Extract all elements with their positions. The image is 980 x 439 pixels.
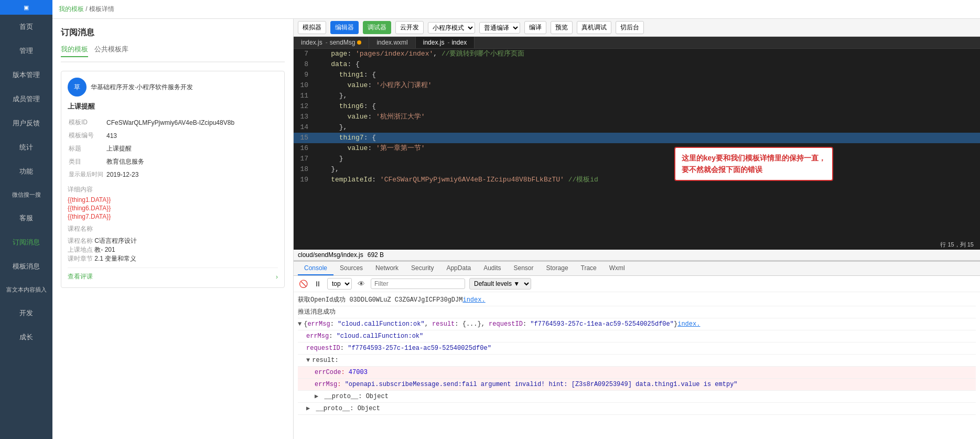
tab-my-templates[interactable]: 我的模板 [61, 45, 88, 57]
view-course-btn[interactable]: 查看评课 › [68, 267, 278, 281]
sidebar-item-subscribe[interactable]: 订阅消息 [0, 230, 52, 254]
sidebar-item-members[interactable]: 成员管理 [0, 87, 52, 111]
template-section: 订阅消息 我的模板 公共模板库 草 华基础程序开发·小程序软件服务开发 上课提醒… [52, 19, 294, 439]
code-line-17: 17 } [294, 154, 980, 164]
console-text-reqid: requestID: "f7764593-257c-11ea-ac59-5254… [306, 344, 491, 353]
mode-select[interactable]: 小程序模式 [428, 22, 475, 34]
field-label-date: 显示最后时间 [69, 169, 105, 180]
table-row: 类目 教育信息服务 [69, 156, 277, 168]
console-line-object: ▼ {errMsg: "cloud.callFunction:ok", resu… [298, 318, 976, 330]
debugger-btn[interactable]: 调试器 [363, 21, 391, 34]
course-section: 课时章节 2.1 变量和常义 [68, 254, 278, 263]
preview-btn[interactable]: 预览 [551, 21, 573, 34]
code-line-18: 18 }, [294, 164, 980, 175]
file-tab-wxml[interactable]: index.wxml [369, 37, 415, 48]
code-line-8: 8 data: { [294, 59, 980, 70]
field-note: 课程名称 [68, 224, 278, 233]
sidebar-item-growth[interactable]: 成长 [0, 325, 52, 349]
compile-select[interactable]: 普通编译 [479, 22, 520, 34]
result-expand-icon[interactable]: ▼ [306, 356, 310, 365]
status-bar: 行 15，列 15 [294, 240, 980, 250]
sidebar-item-dev[interactable]: 开发 [0, 301, 52, 325]
tab-storage[interactable]: Storage [540, 262, 575, 275]
tab-network[interactable]: Network [369, 262, 405, 275]
simulator-btn[interactable]: 模拟器 [298, 21, 326, 34]
table-row: 标题 上课提醒 [69, 143, 277, 155]
code-line-19: 19 templateId: 'CFeSWarQLMPyPjwmiy6AV4eB… [294, 175, 980, 185]
template-card: 草 华基础程序开发·小程序软件服务开发 上课提醒 模板ID CFeSWarQLM… [61, 71, 285, 288]
code-line-9: 9 thing1: { [294, 70, 980, 80]
sidebar-item-template[interactable]: 模板消息 [0, 254, 52, 279]
file-tab-index[interactable]: index.js - index [416, 37, 475, 48]
tab-audits[interactable]: Audits [477, 262, 507, 275]
table-row: 模板编号 413 [69, 130, 277, 142]
detail-item-0: {{thing1.DATA}} [68, 196, 278, 204]
card-header: 草 华基础程序开发·小程序软件服务开发 [68, 78, 278, 97]
course-name: 课程名称 C语言程序设计 [68, 237, 278, 245]
tab-public-templates[interactable]: 公共模板库 [94, 45, 128, 57]
sidebar-item-version[interactable]: 版本管理 [0, 63, 52, 87]
background-btn[interactable]: 切后台 [616, 21, 644, 34]
file-ref-2[interactable]: index. [677, 319, 700, 329]
level-select[interactable]: Default levels ▼ [469, 278, 531, 290]
sidebar-item-manage[interactable]: 管理 [0, 39, 52, 63]
header-logo: ▣ [24, 4, 29, 11]
sidebar-item-wechat-search[interactable]: 微信搜一搜 [0, 184, 52, 206]
tab-security[interactable]: Security [405, 262, 440, 275]
sidebar-item-service[interactable]: 客服 [0, 206, 52, 230]
sidebar-item-richtext[interactable]: 富文本内容插入 [0, 279, 52, 301]
sidebar-item-function[interactable]: 功能 [0, 159, 52, 184]
code-editor: 7 page: 'pages/index/index', //要跳转到哪个小程序… [294, 49, 980, 240]
pause-btn[interactable]: ⏸ [313, 279, 323, 289]
code-line-7: 7 page: 'pages/index/index', //要跳转到哪个小程序… [294, 49, 980, 59]
table-row: 显示最后时间 2019-12-23 [69, 169, 277, 180]
sidebar-item-home[interactable]: 首页 [0, 15, 52, 39]
sidebar-item-feedback[interactable]: 用户反馈 [0, 111, 52, 135]
cloud-btn[interactable]: 云开发 [395, 21, 424, 34]
tab-appdata[interactable]: AppData [440, 262, 477, 275]
field-label-id: 模板ID [69, 116, 105, 129]
card-subtitle: 华基础程序开发·小程序软件服务开发 [91, 83, 193, 92]
editor-btn[interactable]: 编辑器 [330, 21, 359, 34]
course-place: 上课地点 教- 201 [68, 245, 278, 254]
file-suffix-sendmsg: - [326, 39, 328, 46]
file-tab-sendmsg[interactable]: index.js - sendMsg [294, 37, 369, 48]
file-name-index: index.js [423, 39, 445, 46]
breadcrumb: 我的模板 / 模板详情 [59, 5, 114, 14]
console-output: 获取OpenId成功 03DDLG0WLuZ C3ZGAVJgICFP30gDJ… [294, 292, 980, 439]
top-select[interactable]: top [327, 278, 352, 290]
real-device-btn[interactable]: 真机调试 [577, 21, 611, 34]
detail-section: 详细内容 {{thing1.DATA}} {{thing6.DATA}} {{t… [68, 185, 278, 220]
console-line-result: ▼ result: [298, 355, 976, 367]
breadcrumb-parent[interactable]: 我的模板 [59, 5, 84, 13]
sidebar-item-stats[interactable]: 统计 [0, 135, 52, 159]
eye-btn[interactable]: 👁 [356, 279, 367, 289]
tab-sensor[interactable]: Sensor [508, 262, 540, 275]
console-text-result: result: [312, 356, 338, 365]
filter-input[interactable] [371, 279, 465, 289]
compile-btn[interactable]: 编译 [524, 21, 546, 34]
course-info: 课程名称 C语言程序设计 上课地点 教- 201 课时章节 2.1 变量和常义 [68, 237, 278, 263]
tab-sources[interactable]: Sources [333, 262, 369, 275]
tab-trace[interactable]: Trace [575, 262, 603, 275]
console-line-proto2: ▶ __proto__: Object [298, 403, 976, 415]
section-title: 订阅消息 [61, 27, 285, 38]
proto2-expand[interactable]: ▶ [306, 405, 310, 412]
clear-console-btn[interactable]: 🚫 [298, 279, 308, 289]
code-line-13: 13 value: '杭州浙江大学' [294, 112, 980, 122]
field-label-category: 类目 [69, 156, 105, 168]
tab-wxml[interactable]: Wxml [603, 262, 631, 275]
tab-console[interactable]: Console [298, 262, 333, 275]
console-text-errcode: errCode: 47003 [315, 368, 368, 377]
modified-dot [357, 40, 361, 45]
code-line-12: 12 thing6: { [294, 101, 980, 112]
proto1-expand[interactable]: ▶ [315, 393, 318, 400]
expand-icon[interactable]: ▼ [298, 319, 301, 329]
breadcrumb-current: 模板详情 [89, 5, 114, 13]
upload-label: 上课提醒 [68, 102, 278, 111]
field-value-date: 2019-12-23 [106, 169, 277, 180]
file-ref-0[interactable]: index. [462, 295, 485, 305]
console-line-openid: 获取OpenId成功 03DDLG0WLuZ C3ZGAVJgICFP30gDJ… [298, 294, 976, 306]
main-content: 我的模板 / 模板详情 订阅消息 我的模板 公共模板库 草 华基础程序开发·小程… [52, 0, 980, 439]
console-line-errmsg: errMsg: "cloud.callFunction:ok" [298, 330, 976, 342]
